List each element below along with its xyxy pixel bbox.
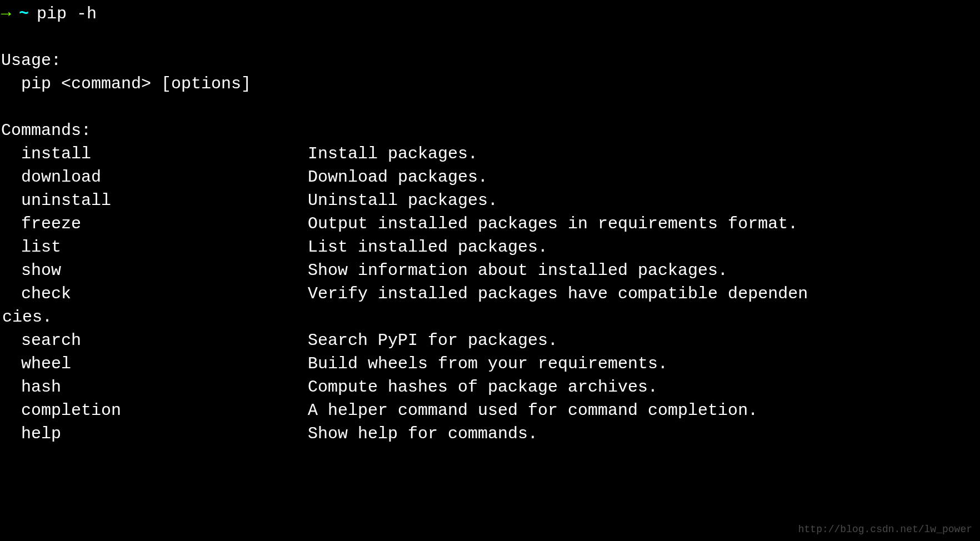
command-name: show bbox=[21, 259, 308, 282]
command-name: download bbox=[21, 166, 308, 189]
command-row: hashCompute hashes of package archives. bbox=[1, 375, 979, 399]
prompt-command: pip -h bbox=[37, 2, 97, 26]
command-description: Verify installed packages have compatibl… bbox=[308, 282, 979, 305]
command-description: Compute hashes of package archives. bbox=[308, 375, 979, 399]
command-description: Uninstall packages. bbox=[308, 189, 979, 212]
command-name: search bbox=[21, 329, 308, 352]
command-row: helpShow help for commands. bbox=[1, 422, 979, 445]
command-description-overflow: cies. bbox=[1, 305, 979, 329]
command-name: check bbox=[21, 282, 308, 305]
command-description: Install packages. bbox=[308, 142, 979, 166]
command-name: hash bbox=[21, 375, 308, 399]
command-row: completionA helper command used for comm… bbox=[1, 399, 979, 422]
command-row: downloadDownload packages. bbox=[1, 166, 979, 189]
command-description: Show help for commands. bbox=[308, 422, 979, 445]
prompt-arrow-icon: → bbox=[1, 2, 11, 26]
command-name: list bbox=[21, 236, 308, 259]
commands-header: Commands: bbox=[1, 119, 979, 142]
commands-list: installInstall packages.downloadDownload… bbox=[1, 142, 979, 445]
usage-header: Usage: bbox=[1, 49, 979, 72]
command-description: Build wheels from your requirements. bbox=[308, 352, 979, 375]
prompt-tilde: ~ bbox=[19, 2, 29, 26]
command-row: checkVerify installed packages have comp… bbox=[1, 282, 979, 305]
command-name: uninstall bbox=[21, 189, 308, 212]
command-description: Show information about installed package… bbox=[308, 259, 979, 282]
command-row: uninstallUninstall packages. bbox=[1, 189, 979, 212]
command-row: listList installed packages. bbox=[1, 236, 979, 259]
watermark: http://blog.csdn.net/lw_power bbox=[798, 523, 972, 537]
command-description: A helper command used for command comple… bbox=[308, 399, 979, 422]
command-name: help bbox=[21, 422, 308, 445]
command-name: install bbox=[21, 142, 308, 166]
command-description: Download packages. bbox=[308, 166, 979, 189]
command-description: List installed packages. bbox=[308, 236, 979, 259]
command-name: completion bbox=[21, 399, 308, 422]
command-name: wheel bbox=[21, 352, 308, 375]
command-row: showShow information about installed pac… bbox=[1, 259, 979, 282]
usage-syntax: pip <command> [options] bbox=[1, 72, 979, 96]
prompt-line[interactable]: → ~ pip -h bbox=[1, 2, 979, 26]
command-description: Search PyPI for packages. bbox=[308, 329, 979, 352]
command-name: freeze bbox=[21, 212, 308, 236]
command-description: Output installed packages in requirement… bbox=[308, 212, 979, 236]
command-row: searchSearch PyPI for packages. bbox=[1, 329, 979, 352]
command-row: freezeOutput installed packages in requi… bbox=[1, 212, 979, 236]
command-row: wheelBuild wheels from your requirements… bbox=[1, 352, 979, 375]
command-row: installInstall packages. bbox=[1, 142, 979, 166]
